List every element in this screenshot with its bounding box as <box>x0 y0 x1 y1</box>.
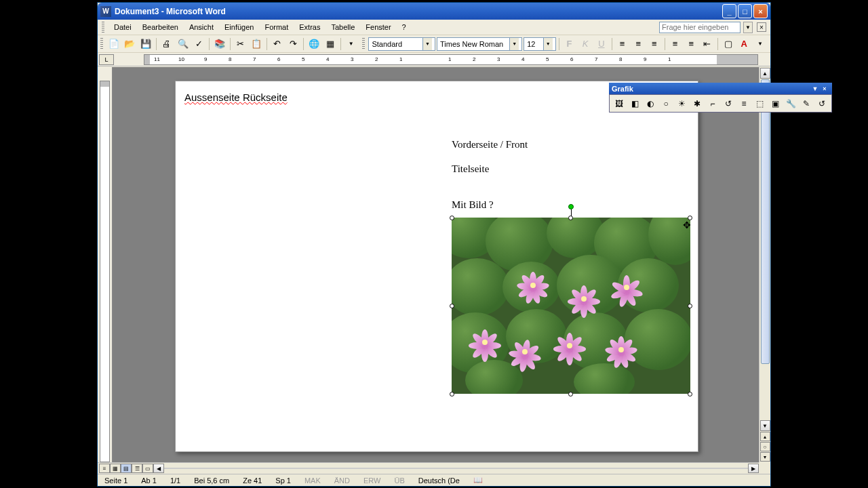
grafik-toolbar[interactable]: Grafik ▼ × 🖼 ◧ ◐ ○ ☀ ✱ ⌐ ↺ ≡ ⬚ ▣ 🔧 ✎ ↺ <box>609 83 832 113</box>
borders-button[interactable]: ▢ <box>721 37 736 52</box>
contrast-less-button[interactable]: ○ <box>658 96 673 111</box>
selection-handle-br[interactable] <box>688 392 692 396</box>
undo-button[interactable]: ↶ <box>270 37 285 52</box>
bullet-list-button[interactable]: ≡ <box>684 37 698 52</box>
menu-format[interactable]: Format <box>259 21 294 33</box>
hscroll-left[interactable]: ◀ <box>153 464 164 473</box>
bold-button[interactable]: F <box>562 37 577 52</box>
spellcheck-button[interactable]: ✓ <box>191 37 206 52</box>
selection-handle-bm[interactable] <box>568 392 573 396</box>
hscroll-track[interactable] <box>164 468 748 469</box>
cut-button[interactable]: ✂ <box>233 37 248 52</box>
browse-object-button[interactable]: ○ <box>760 442 770 451</box>
decrease-indent-button[interactable]: ⇤ <box>700 37 715 52</box>
help-dropdown[interactable]: ▼ <box>743 22 753 33</box>
toolbar-grip[interactable] <box>100 38 103 50</box>
status-book-icon[interactable]: 📖 <box>471 476 486 485</box>
compress-button[interactable]: ⬚ <box>752 96 767 111</box>
reset-picture-button[interactable]: ↺ <box>814 96 829 111</box>
view-reading[interactable]: ▭ <box>142 464 153 473</box>
rotation-handle[interactable] <box>568 204 574 209</box>
format-options[interactable]: ▼ <box>753 37 768 52</box>
rotate-left-button[interactable]: ↺ <box>721 96 736 111</box>
vertical-scrollbar[interactable]: ▲ ▼ ▴ ○ ▾ <box>759 67 770 462</box>
size-combo[interactable]: 12 ▼ <box>524 37 555 51</box>
hscroll-right[interactable]: ▶ <box>748 464 759 473</box>
numbered-list-button[interactable]: ≡ <box>668 37 683 52</box>
align-left-button[interactable]: ≡ <box>615 37 630 52</box>
horizontal-ruler[interactable]: 11 10 9 8 7 6 5 4 3 2 1 1 2 3 4 5 6 7 8 … <box>144 54 758 65</box>
menu-bearbeiten[interactable]: Bearbeiten <box>137 21 184 33</box>
selection-handle-bl[interactable] <box>450 392 454 396</box>
font-color-button[interactable]: A <box>736 37 751 52</box>
selection-handle-tr[interactable] <box>688 216 692 220</box>
status-lang[interactable]: Deutsch (De <box>416 476 462 485</box>
crop-button[interactable]: ⌐ <box>705 96 720 111</box>
selection-handle-tm[interactable] <box>568 216 573 220</box>
align-center-button[interactable]: ≡ <box>631 37 646 52</box>
selection-handle-tl[interactable] <box>450 216 454 220</box>
close-button[interactable]: × <box>753 4 768 18</box>
italic-button[interactable]: K <box>578 37 593 52</box>
text-titelseite[interactable]: Titelseite <box>452 163 489 175</box>
status-erw[interactable]: ERW <box>361 476 383 485</box>
font-combo[interactable]: Times New Roman ▼ <box>437 37 522 51</box>
menu-fenster[interactable]: Fenster <box>360 21 396 33</box>
brightness-more-button[interactable]: ☀ <box>674 96 689 111</box>
new-doc-button[interactable]: 📄 <box>106 37 121 52</box>
menu-datei[interactable]: Datei <box>108 21 137 33</box>
redo-button[interactable]: ↷ <box>286 37 301 52</box>
status-and[interactable]: ÄND <box>332 476 353 485</box>
print-button[interactable]: 🖨 <box>159 37 174 52</box>
view-normal[interactable]: ≡ <box>99 464 110 473</box>
text-vorderseite[interactable]: Vorderseite / Front <box>452 139 528 150</box>
save-button[interactable]: 💾 <box>138 37 153 52</box>
scroll-thumb[interactable] <box>761 79 770 364</box>
vertical-ruler[interactable] <box>98 67 113 462</box>
scroll-up-button[interactable]: ▲ <box>760 68 770 79</box>
text-mit-bild[interactable]: Mit Bild ? <box>452 199 494 211</box>
grafik-close[interactable]: × <box>820 84 829 94</box>
status-ub[interactable]: ÜB <box>391 476 407 485</box>
set-transparent-button[interactable]: ✎ <box>799 96 814 111</box>
prev-page-button[interactable]: ▴ <box>760 432 770 441</box>
hyperlink-button[interactable]: 🌐 <box>307 37 321 52</box>
scroll-down-button[interactable]: ▼ <box>760 420 770 431</box>
menu-einfuegen[interactable]: Einfügen <box>219 21 259 33</box>
research-button[interactable]: 📚 <box>212 37 227 52</box>
document-scroll[interactable]: Aussenseite Rückseite Vorderseite / Fron… <box>113 67 770 462</box>
insert-picture-button[interactable]: 🖼 <box>612 96 627 111</box>
style-combo[interactable]: Standard ▼ <box>368 37 435 51</box>
menu-tabelle[interactable]: Tabelle <box>326 21 360 33</box>
menu-ansicht[interactable]: Ansicht <box>184 21 219 33</box>
menu-extras[interactable]: Extras <box>294 21 326 33</box>
toolbar-options[interactable]: ▼ <box>344 37 359 52</box>
selection-handle-mr[interactable] <box>688 304 692 308</box>
page[interactable]: Aussenseite Rückseite Vorderseite / Fron… <box>175 81 698 452</box>
format-toolbar-grip[interactable] <box>362 38 365 50</box>
brightness-less-button[interactable]: ✱ <box>690 96 705 111</box>
paste-button[interactable]: 📋 <box>249 37 264 52</box>
status-mak[interactable]: MAK <box>302 476 323 485</box>
align-right-button[interactable]: ≡ <box>647 37 662 52</box>
view-web[interactable]: ▦ <box>110 464 121 473</box>
color-button[interactable]: ◧ <box>627 96 642 111</box>
open-button[interactable]: 📂 <box>123 37 138 52</box>
text-rueckseite[interactable]: Aussenseite Rückseite <box>184 92 288 104</box>
maximize-button[interactable]: □ <box>738 4 752 18</box>
format-picture-button[interactable]: 🔧 <box>783 96 798 111</box>
titlebar[interactable]: W Dokument3 - Microsoft Word _ □ × <box>98 3 770 20</box>
tab-selector[interactable]: L <box>99 54 114 65</box>
grafik-options[interactable]: ▼ <box>810 84 820 94</box>
view-print[interactable]: ▤ <box>121 464 132 473</box>
tables-button[interactable]: ▦ <box>323 37 338 52</box>
grafik-titlebar[interactable]: Grafik ▼ × <box>609 83 832 94</box>
print-preview-button[interactable]: 🔍 <box>176 37 191 52</box>
selection-handle-ml[interactable] <box>450 304 454 308</box>
text-wrapping-button[interactable]: ▣ <box>768 96 783 111</box>
menu-help[interactable]: ? <box>397 21 412 33</box>
contrast-more-button[interactable]: ◐ <box>643 96 658 111</box>
minimize-button[interactable]: _ <box>722 4 736 18</box>
underline-button[interactable]: U <box>594 37 609 52</box>
help-search-input[interactable] <box>659 22 741 33</box>
